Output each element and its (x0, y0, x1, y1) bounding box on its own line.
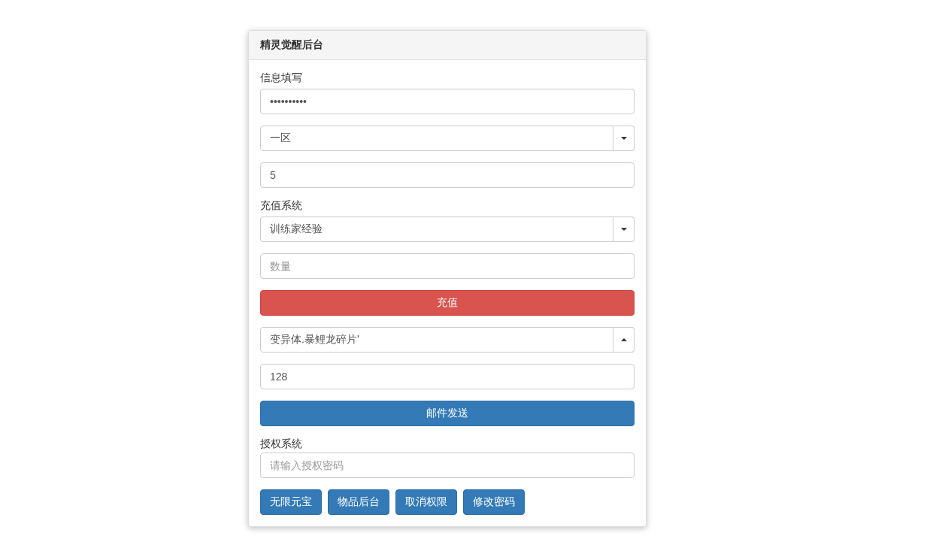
zone-input[interactable] (260, 126, 613, 151)
auth-section-label: 授权系统 (260, 437, 635, 451)
auth-password-input[interactable] (260, 453, 635, 478)
zone-dropdown-button[interactable] (613, 126, 635, 151)
quantity-input[interactable] (260, 253, 635, 279)
item-input[interactable] (260, 327, 613, 353)
zone-combobox[interactable] (260, 126, 635, 151)
password-input[interactable] (260, 89, 635, 114)
info-section-label: 信息填写 (260, 71, 635, 85)
recharge-type-combobox[interactable] (260, 216, 635, 242)
revoke-permission-button[interactable]: 取消权限 (395, 489, 457, 515)
item-combobox[interactable] (260, 327, 635, 353)
admin-panel: 精灵觉醒后台 信息填写 充值系统 (248, 30, 647, 527)
recharge-type-dropdown-button[interactable] (613, 216, 635, 242)
number-input[interactable] (260, 162, 635, 188)
panel-body: 信息填写 充值系统 (249, 60, 646, 526)
items-backend-button[interactable]: 物品后台 (328, 489, 389, 515)
item-quantity-input[interactable] (260, 364, 635, 389)
action-button-row: 无限元宝 物品后台 取消权限 修改密码 (260, 489, 635, 515)
recharge-button[interactable]: 充值 (260, 290, 635, 316)
unlimited-gold-button[interactable]: 无限元宝 (260, 489, 322, 515)
mail-send-button[interactable]: 邮件发送 (260, 401, 635, 426)
chevron-down-icon (621, 228, 627, 231)
change-password-button[interactable]: 修改密码 (463, 489, 525, 515)
chevron-up-icon (621, 338, 627, 341)
recharge-section-label: 充值系统 (260, 199, 635, 213)
item-dropdown-button[interactable] (613, 327, 635, 353)
panel-title: 精灵觉醒后台 (249, 31, 646, 60)
recharge-type-input[interactable] (260, 216, 613, 242)
chevron-down-icon (621, 137, 627, 140)
